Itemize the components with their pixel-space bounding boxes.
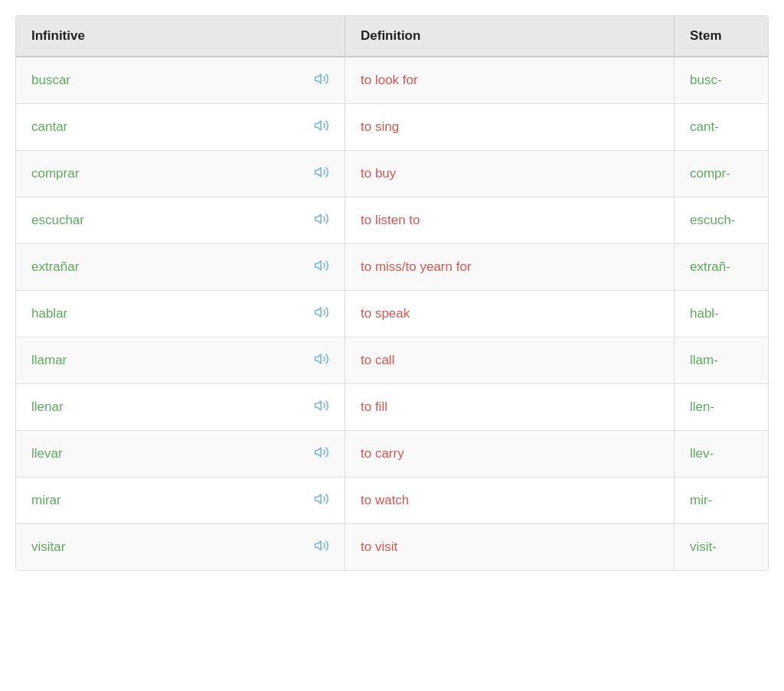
infinitive-text: buscar [31, 73, 306, 88]
sound-icon[interactable] [314, 71, 329, 90]
svg-marker-7 [315, 401, 322, 410]
header-infinitive: Infinitive [16, 16, 345, 56]
cell-definition: to fill [345, 384, 675, 430]
cell-definition: to carry [345, 431, 675, 477]
cell-infinitive: visitar [16, 524, 345, 570]
cell-infinitive: llamar [16, 337, 345, 383]
table-row: llenar to fillllen- [16, 384, 768, 431]
cell-stem: cant- [675, 104, 769, 150]
table-row: cantar to singcant- [16, 104, 768, 151]
infinitive-text: extrañar [31, 259, 306, 275]
table-row: extrañar to miss/to yearn forextrañ- [16, 244, 768, 291]
infinitive-text: comprar [31, 166, 306, 181]
sound-icon[interactable] [314, 305, 329, 323]
sound-icon[interactable] [314, 165, 329, 183]
sound-icon[interactable] [314, 538, 329, 556]
svg-marker-8 [315, 448, 322, 457]
cell-infinitive: cantar [16, 104, 345, 150]
infinitive-text: llenar [31, 399, 306, 415]
cell-stem: llen- [675, 384, 769, 430]
cell-infinitive: llenar [16, 384, 345, 430]
svg-marker-9 [315, 494, 322, 504]
infinitive-text: visitar [31, 539, 306, 555]
cell-stem: compr- [675, 151, 769, 197]
table-row: buscar to look forbusc- [16, 57, 768, 104]
cell-definition: to sing [345, 104, 675, 150]
cell-definition: to visit [345, 524, 675, 570]
cell-infinitive: extrañar [16, 244, 345, 290]
table-row: hablar to speakhabl- [16, 291, 768, 337]
cell-stem: habl- [675, 291, 769, 337]
header-stem: Stem [675, 16, 769, 56]
svg-marker-3 [315, 214, 322, 223]
svg-marker-6 [315, 354, 322, 363]
cell-stem: llev- [675, 431, 769, 477]
cell-definition: to buy [345, 151, 675, 197]
cell-stem: llam- [675, 337, 769, 383]
cell-definition: to call [345, 337, 675, 383]
cell-infinitive: mirar [16, 478, 345, 523]
sound-icon[interactable] [314, 211, 329, 230]
table-row: visitar to visitvisit- [16, 524, 768, 570]
cell-stem: visit- [675, 524, 769, 570]
table-row: comprar to buycompr- [16, 151, 768, 197]
cell-infinitive: comprar [16, 151, 345, 197]
svg-marker-5 [315, 308, 322, 317]
table-row: escuchar to listen toescuch- [16, 197, 768, 244]
cell-infinitive: hablar [16, 291, 345, 337]
cell-infinitive: escuchar [16, 197, 345, 243]
infinitive-text: llamar [31, 353, 306, 368]
sound-icon[interactable] [314, 118, 329, 136]
infinitive-text: mirar [31, 493, 306, 508]
table-body: buscar to look forbusc-cantar to singcan… [16, 57, 768, 570]
sound-icon[interactable] [314, 398, 329, 416]
cell-infinitive: llevar [16, 431, 345, 477]
svg-marker-10 [315, 541, 322, 550]
cell-definition: to speak [345, 291, 675, 337]
cell-stem: busc- [675, 57, 769, 103]
cell-definition: to miss/to yearn for [345, 244, 675, 290]
header-definition: Definition [345, 16, 675, 56]
infinitive-text: hablar [31, 306, 306, 321]
svg-marker-2 [315, 168, 322, 177]
cell-stem: mir- [675, 478, 769, 523]
svg-marker-0 [315, 74, 322, 83]
cell-stem: extrañ- [675, 244, 769, 290]
cell-definition: to listen to [345, 197, 675, 243]
sound-icon[interactable] [314, 445, 329, 463]
infinitive-text: cantar [31, 119, 306, 135]
sound-icon[interactable] [314, 258, 329, 276]
table-row: llamar to callllam- [16, 337, 768, 384]
vocabulary-table: Infinitive Definition Stem buscar to loo… [15, 15, 769, 571]
svg-marker-4 [315, 261, 322, 270]
table-row: llevar to carryllev- [16, 431, 768, 478]
sound-icon[interactable] [314, 491, 329, 510]
cell-definition: to look for [345, 57, 675, 103]
table-header: Infinitive Definition Stem [16, 16, 768, 57]
infinitive-text: llevar [31, 446, 306, 461]
table-row: mirar to watchmir- [16, 478, 768, 524]
cell-stem: escuch- [675, 197, 769, 243]
cell-infinitive: buscar [16, 57, 345, 103]
svg-marker-1 [315, 121, 322, 130]
cell-definition: to watch [345, 478, 675, 523]
sound-icon[interactable] [314, 351, 329, 370]
infinitive-text: escuchar [31, 213, 306, 228]
